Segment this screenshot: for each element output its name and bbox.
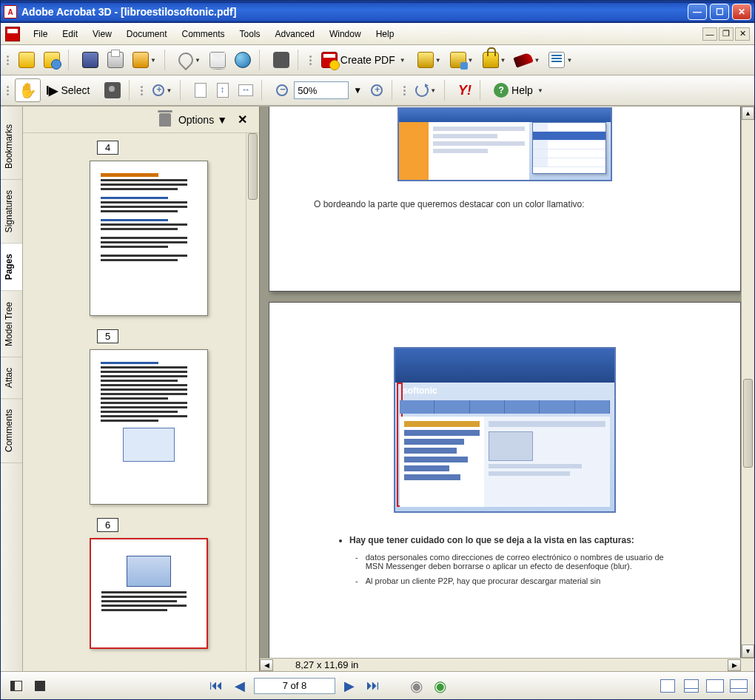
next-page-button[interactable]: ▶ [340,676,359,696]
page-number-label: 4 [97,141,118,155]
zoom-out-button[interactable] [272,78,292,102]
document-text-1: O bordeando la parte que queremos destac… [314,199,696,209]
rotate-view-button[interactable]: ▼ [412,78,440,102]
pdf-icon [5,27,20,41]
zoom-dropdown[interactable]: ▼ [350,82,365,98]
close-button[interactable]: ✕ [732,4,751,20]
pages-options-button[interactable]: Options ▼ [178,114,227,126]
pages-panel-header: Options ▼ ✕ [23,107,259,133]
save-button[interactable] [78,48,102,72]
scroll-up-arrow[interactable]: ▲ [742,107,754,120]
circle-right-icon: ◉ [434,677,446,695]
menu-file[interactable]: File [26,26,55,42]
page-thumbnail-6[interactable] [90,538,208,649]
menu-document[interactable]: Document [119,26,175,42]
tab-model-tree[interactable]: Model Tree [1,292,22,357]
page-thumbnails: 4 5 [23,133,259,671]
document-pages[interactable]: O bordeando la parte que queremos destac… [269,107,741,658]
page-thumbnail-4[interactable] [90,161,208,316]
forms-button[interactable]: ▼ [545,48,576,72]
prev-view-button[interactable]: ◉ [406,676,426,696]
single-page-view-button[interactable] [658,676,677,696]
facing-view-button[interactable] [705,676,725,696]
tab-comments[interactable]: Comments [1,399,22,463]
continuous-facing-view-button[interactable] [729,676,748,696]
mdi-restore-button[interactable]: ❐ [719,27,734,41]
next-view-button[interactable]: ◉ [430,676,449,696]
tab-bookmarks[interactable]: Bookmarks [1,114,22,180]
toolbar-grip[interactable] [5,80,10,101]
minimize-button[interactable]: — [688,4,707,20]
menu-edit[interactable]: Edit [55,26,85,42]
thumbnails-scrollbar[interactable] [246,133,259,671]
forms-icon [548,52,565,68]
toolbar-grip[interactable] [308,50,313,70]
page-number-input[interactable] [254,678,335,694]
send-review-button[interactable]: ▼ [446,48,477,72]
print-button[interactable] [104,48,127,72]
hand-tool-button[interactable]: ✋ [15,78,41,102]
zoom-in-button[interactable] [366,78,387,102]
tab-pages[interactable]: Pages [1,243,22,291]
toggle-navpanel-button[interactable] [7,676,26,696]
menu-view[interactable]: View [85,26,119,42]
close-panel-button[interactable]: ✕ [235,112,250,127]
web-browser-button[interactable] [231,48,255,72]
status-bar: ⏮ ◀ ▶ ⏭ ◉ ◉ [1,671,754,699]
fit-page-button[interactable] [212,78,233,102]
secure-button[interactable]: ▼ [479,48,510,72]
last-page-button[interactable]: ⏭ [363,676,383,696]
toolbar-grip[interactable] [5,50,10,70]
menu-window[interactable]: Window [322,26,369,42]
vertical-scrollbar[interactable]: ▲ ▼ [741,107,754,658]
attach-button[interactable]: ▼ [175,48,204,72]
maximize-button[interactable]: ☐ [710,4,729,20]
fit-width-button[interactable] [235,78,257,102]
zoom-in-tool-button[interactable]: ▼ [149,78,175,102]
send-review-icon [450,52,466,68]
menu-help[interactable]: Help [369,26,402,42]
actual-size-button[interactable] [190,78,211,102]
pen-sign-icon [514,52,534,67]
first-page-button[interactable]: ⏮ [207,676,226,696]
embedded-screenshot-2: softonic [394,347,616,513]
review-comment-button[interactable]: ▼ [414,48,445,72]
organizer-button[interactable]: ▼ [129,48,160,72]
sub-bullet-2: Al probar un cliente P2P, hay que procur… [355,576,674,585]
prev-page-button[interactable]: ◀ [230,676,249,696]
globe-icon [235,52,251,68]
mdi-minimize-button[interactable]: — [702,27,717,41]
scroll-left-arrow[interactable]: ◀ [260,659,273,671]
tab-signatures[interactable]: Signatures [1,180,22,243]
sign-button[interactable]: ▼ [511,48,543,72]
toolbar-grip[interactable] [402,80,407,101]
create-pdf-button[interactable]: Create PDF ▼ [318,48,412,72]
first-page-icon: ⏮ [209,678,223,693]
zoom-level-input[interactable] [294,81,349,99]
help-button[interactable]: ? Help ▼ [490,78,550,102]
save-icon [82,52,98,68]
open-web-button[interactable] [40,48,64,72]
open-button[interactable] [15,48,38,72]
circle-left-icon: ◉ [410,677,423,695]
continuous-view-button[interactable] [682,676,701,696]
menu-advanced[interactable]: Advanced [268,26,322,42]
pages-view-button[interactable] [30,676,50,696]
trash-icon[interactable] [159,113,171,127]
page-thumbnail-5[interactable] [90,349,208,505]
scroll-right-arrow[interactable]: ▶ [728,659,741,671]
tab-attachments[interactable]: Attac [1,357,22,399]
select-tool-button[interactable]: I▶ Select [42,78,99,102]
mdi-close-button[interactable]: ✕ [735,27,750,41]
menu-tools[interactable]: Tools [232,26,268,42]
toolbar-grip[interactable] [139,80,144,101]
email-button[interactable] [206,48,229,72]
search-button[interactable] [269,48,293,72]
print-icon [107,52,124,68]
snapshot-tool-button[interactable] [101,78,124,102]
scroll-down-arrow[interactable]: ▼ [742,645,754,658]
paperclip-icon [175,50,196,70]
folder-open-icon [19,52,35,68]
menu-comments[interactable]: Comments [175,26,232,42]
yahoo-search-button[interactable]: Y! [454,78,475,102]
